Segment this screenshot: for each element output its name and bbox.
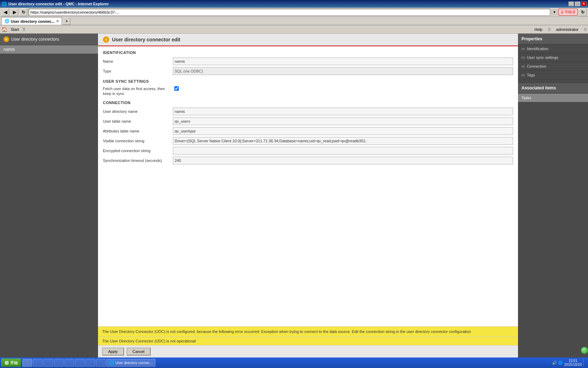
error-bar-config: The User Directory Connector (UDC) is no… — [98, 326, 518, 336]
menu-admin[interactable]: administrator — [553, 26, 581, 33]
prop-id-icon: m — [522, 47, 525, 51]
attr-table-label: Attributes table name — [103, 129, 173, 133]
section-connection: CONNECTION — [103, 101, 513, 105]
encrypted-conn-input[interactable] — [173, 147, 513, 155]
name-input[interactable] — [173, 57, 513, 65]
page-title: User directory connector edit — [112, 37, 180, 42]
sidebar-item-label: namis — [4, 47, 15, 52]
fetch-row: Fetch user data on first access, then ke… — [103, 86, 513, 96]
sync-timeout-input[interactable] — [173, 157, 513, 164]
properties-user-sync[interactable]: m User sync settings — [518, 53, 588, 62]
start-icon: 🏠 — [1, 27, 7, 32]
page-header-icon: e — [103, 36, 109, 43]
refresh-button[interactable]: ↻ — [579, 8, 587, 16]
action-bar: Apply Cancel — [98, 345, 518, 357]
main-layout: e User directory connectors namis e User… — [0, 34, 588, 357]
prop-conn-icon: m — [522, 64, 525, 68]
prop-tags-label: Tags — [527, 73, 535, 77]
page-header: e User directory connector edit — [98, 34, 518, 46]
prop-sync-icon: m — [522, 55, 525, 60]
prop-sync-label: User sync settings — [527, 55, 558, 60]
cert-warning[interactable]: 证书错误 — [559, 9, 578, 15]
form-content: IDENTIFICATION Name Type USER SYNC SETTI… — [98, 46, 518, 326]
sidebar-header-icon: e — [4, 36, 9, 42]
tab-label: User directory connec... — [11, 19, 55, 23]
type-label: Type — [103, 69, 173, 73]
fetch-label: Fetch user data on first access, then ke… — [103, 86, 173, 96]
tasks-item[interactable]: Tasks — [518, 94, 588, 102]
sync-timeout-row: Synchronization timeout (seconds) — [103, 157, 513, 164]
menu-separator-3: S — [584, 27, 587, 32]
visible-conn-input[interactable] — [173, 137, 513, 145]
user-dir-name-label: User directory name — [103, 109, 173, 114]
section-identification: IDENTIFICATION — [103, 50, 513, 55]
user-dir-name-input[interactable] — [173, 108, 513, 115]
prop-conn-label: Connection — [527, 64, 546, 68]
menu-separator-2: S — [548, 27, 551, 32]
properties-identification[interactable]: m Identification — [518, 45, 588, 53]
forward-button[interactable]: ▶ — [10, 8, 18, 16]
right-panel: Properties m Identification m User sync … — [518, 34, 588, 357]
tab-close-button[interactable]: ✕ — [56, 19, 59, 23]
visible-conn-label: Visible connection string — [103, 139, 173, 143]
user-table-row: User table name — [103, 117, 513, 125]
name-row: Name — [103, 57, 513, 65]
minimize-button[interactable]: _ — [568, 1, 574, 6]
user-dir-name-row: User directory name — [103, 108, 513, 115]
address-bar: ◀ ▶ ↻ ▼ 证书错误 ↻ — [0, 8, 588, 17]
prop-tags-icon: m — [522, 73, 525, 77]
content-area: e User directory connector edit IDENTIFI… — [98, 34, 518, 357]
title-bar-controls[interactable]: _ □ ✕ — [568, 1, 587, 6]
close-button[interactable]: ✕ — [581, 1, 587, 6]
window-title: User directory connector edit - QMC - In… — [8, 2, 109, 6]
user-table-input[interactable] — [173, 117, 513, 125]
properties-tags[interactable]: m Tags — [518, 71, 588, 80]
status-green-dot — [581, 347, 588, 354]
menu-separator-1: S — [22, 27, 25, 32]
visible-conn-row: Visible connection string — [103, 137, 513, 145]
active-tab[interactable]: 🌐 User directory connec... ✕ — [1, 17, 62, 25]
type-row: Type — [103, 67, 513, 75]
tab-favicon: 🌐 — [5, 19, 9, 23]
encrypted-conn-row: Encrypted connection string — [103, 147, 513, 155]
bottom-area: The User Directory Connector (UDC) is no… — [98, 326, 518, 357]
type-input[interactable] — [173, 67, 513, 75]
restore-button[interactable]: □ — [575, 1, 580, 6]
prop-id-label: Identification — [527, 47, 548, 51]
tab-bar: 🌐 User directory connec... ✕ + — [0, 17, 588, 25]
cancel-button[interactable]: Cancel — [127, 348, 150, 355]
sync-timeout-label: Synchronization timeout (seconds) — [103, 158, 173, 163]
fetch-checkbox[interactable] — [174, 86, 179, 91]
menu-right: Help S administrator S — [532, 26, 587, 33]
sidebar: e User directory connectors namis — [0, 34, 98, 357]
error-bar-operational: The User Directory Connector (UDC) is no… — [98, 336, 518, 345]
attr-table-row: Attributes table name — [103, 127, 513, 135]
new-tab-button[interactable]: + — [63, 17, 70, 25]
sidebar-item-namis[interactable]: namis — [0, 45, 98, 54]
associated-items-header: Associated items — [518, 82, 588, 94]
menu-help[interactable]: Help — [532, 26, 545, 33]
search-dropdown[interactable]: ▼ — [552, 9, 557, 15]
apply-button[interactable]: Apply — [102, 348, 124, 355]
properties-header: Properties — [518, 34, 588, 45]
section-user-sync: USER SYNC SETTINGS — [103, 79, 513, 83]
user-table-label: User table name — [103, 119, 173, 123]
status-indicator-area — [518, 343, 588, 357]
address-input[interactable] — [29, 9, 550, 16]
title-bar-left: 🌐 User directory connector edit - QMC - … — [1, 1, 109, 7]
title-bar: 🌐 User directory connector edit - QMC - … — [0, 0, 588, 8]
menu-bar: 🏠 Start S Help S administrator S — [0, 25, 588, 34]
attr-table-input[interactable] — [173, 127, 513, 135]
reload-button[interactable]: ↻ — [20, 8, 27, 16]
encrypted-conn-label: Encrypted connection string — [103, 149, 173, 153]
name-label: Name — [103, 59, 173, 63]
sidebar-header: e User directory connectors — [0, 34, 98, 45]
browser-icon: 🌐 — [1, 1, 7, 7]
back-button[interactable]: ◀ — [1, 8, 9, 16]
properties-connection[interactable]: m Connection — [518, 62, 588, 71]
sidebar-header-title: User directory connectors — [11, 37, 59, 42]
menu-start[interactable]: Start — [8, 26, 22, 33]
